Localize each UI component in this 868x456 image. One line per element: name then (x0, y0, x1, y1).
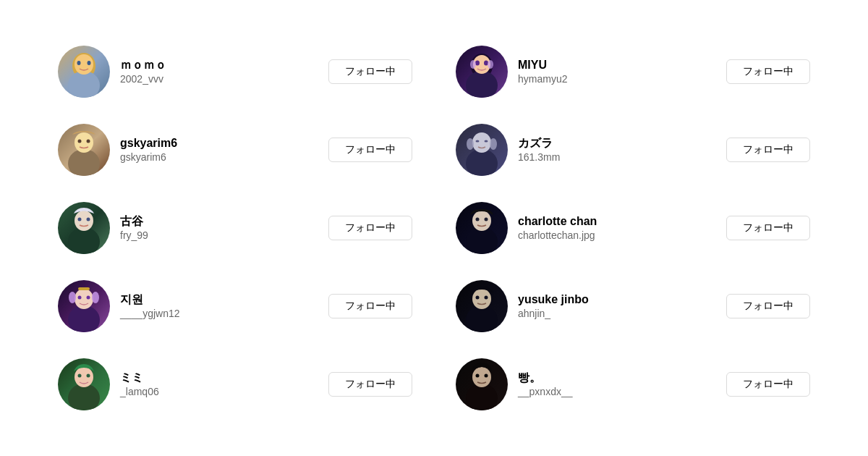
svg-point-30 (68, 305, 100, 332)
user-handle: fry_99 (120, 229, 318, 242)
avatar (58, 124, 110, 176)
svg-rect-36 (78, 287, 90, 290)
svg-point-45 (466, 384, 498, 410)
svg-point-31 (75, 289, 93, 309)
follow-button[interactable]: フォロー中 (328, 294, 412, 318)
follow-button[interactable]: フォロー中 (726, 138, 810, 162)
svg-point-22 (68, 227, 100, 254)
svg-point-1 (68, 71, 100, 98)
svg-point-29 (485, 218, 488, 221)
user-row: カズラ 161.3mm フォロー中 (434, 111, 832, 189)
avatar (58, 202, 110, 254)
svg-point-42 (75, 367, 93, 387)
user-row: gskyarim6 gskyarim6 フォロー中 (36, 111, 434, 189)
user-info: ｍｏｍｏ 2002_vvv (120, 58, 318, 86)
svg-point-12 (68, 149, 100, 176)
user-name: MIYU (518, 58, 716, 73)
user-name: 지원 (120, 292, 318, 308)
svg-point-47 (476, 374, 480, 378)
user-name: 古谷 (120, 214, 318, 229)
user-name: ｍｏｍｏ (120, 58, 318, 73)
follow-button[interactable]: フォロー中 (328, 216, 412, 240)
follow-button[interactable]: フォロー中 (726, 59, 810, 84)
user-row: charlotte chan charlottechan.jpg フォロー中 (434, 189, 832, 267)
svg-point-28 (476, 218, 480, 221)
avatar (456, 358, 508, 410)
svg-point-41 (68, 384, 100, 410)
svg-point-2 (75, 54, 93, 75)
svg-point-20 (467, 138, 474, 150)
avatar (456, 280, 508, 332)
svg-point-14 (78, 140, 82, 143)
svg-point-34 (69, 292, 76, 303)
svg-point-25 (87, 218, 90, 221)
svg-point-10 (470, 60, 476, 69)
user-name: 빵。 (518, 371, 716, 386)
user-row: 지원 ____ygjwn12 フォロー中 (36, 267, 434, 345)
avatar (58, 46, 110, 98)
user-info: gskyarim6 gskyarim6 (120, 136, 318, 164)
follow-button[interactable]: フォロー中 (328, 59, 412, 84)
svg-point-35 (92, 292, 99, 303)
svg-point-4 (88, 61, 91, 65)
user-info: ミミ _lamq06 (120, 371, 318, 399)
avatar (58, 280, 110, 332)
user-handle: hymamyu2 (518, 72, 716, 85)
svg-point-21 (490, 138, 497, 150)
follow-button[interactable]: フォロー中 (726, 294, 810, 318)
user-handle: gskyarim6 (120, 151, 318, 164)
user-info: yusuke jinbo ahnjin_ (518, 292, 716, 321)
follow-button[interactable]: フォロー中 (328, 372, 412, 397)
user-handle: __pxnxdx__ (518, 385, 716, 398)
svg-point-33 (87, 296, 90, 300)
user-list: ｍｏｍｏ 2002_vvv フォロー中 MIYU hymamyu2 フォロー中 (36, 33, 832, 423)
svg-point-17 (472, 132, 491, 153)
svg-point-15 (87, 140, 90, 143)
user-handle: ahnjin_ (518, 307, 716, 320)
user-row: yusuke jinbo ahnjin_ フォロー中 (434, 267, 832, 345)
user-handle: ____ygjwn12 (120, 307, 318, 320)
svg-point-39 (476, 296, 480, 300)
user-name: yusuke jinbo (518, 292, 716, 308)
user-row: 빵。 __pxnxdx__ フォロー中 (434, 345, 832, 423)
follow-button[interactable]: フォロー中 (328, 138, 412, 162)
svg-point-23 (75, 211, 93, 231)
user-name: gskyarim6 (120, 136, 318, 151)
svg-point-32 (78, 296, 82, 300)
user-handle: 161.3mm (518, 151, 716, 164)
svg-point-40 (485, 296, 488, 300)
svg-point-48 (485, 374, 488, 378)
user-info: MIYU hymamyu2 (518, 58, 716, 86)
user-handle: _lamq06 (120, 385, 318, 398)
svg-point-43 (78, 374, 82, 378)
svg-point-37 (466, 305, 498, 332)
follow-button[interactable]: フォロー中 (726, 372, 810, 397)
user-info: charlotte chan charlottechan.jpg (518, 214, 716, 242)
svg-point-24 (78, 218, 82, 221)
user-info: カズラ 161.3mm (518, 136, 716, 164)
svg-point-16 (466, 149, 498, 176)
svg-point-19 (485, 140, 488, 143)
user-row: MIYU hymamyu2 フォロー中 (434, 33, 832, 111)
user-row: ミミ _lamq06 フォロー中 (36, 345, 434, 423)
user-handle: charlottechan.jpg (518, 229, 716, 242)
user-handle: 2002_vvv (120, 72, 318, 85)
svg-point-44 (87, 374, 90, 378)
user-name: charlotte chan (518, 214, 716, 229)
user-info: 빵。 __pxnxdx__ (518, 371, 716, 399)
svg-point-11 (488, 60, 493, 69)
svg-point-6 (466, 71, 498, 98)
follow-button[interactable]: フォロー中 (726, 216, 810, 240)
avatar (456, 46, 508, 98)
user-info: 지원 ____ygjwn12 (120, 292, 318, 321)
svg-point-3 (77, 61, 81, 65)
user-info: 古谷 fry_99 (120, 214, 318, 242)
avatar (456, 202, 508, 254)
svg-point-27 (472, 211, 491, 231)
svg-point-13 (75, 132, 93, 153)
avatar (456, 124, 508, 176)
svg-point-46 (472, 367, 491, 387)
user-name: カズラ (518, 136, 716, 151)
svg-point-18 (476, 140, 480, 143)
user-row: 古谷 fry_99 フォロー中 (36, 189, 434, 267)
